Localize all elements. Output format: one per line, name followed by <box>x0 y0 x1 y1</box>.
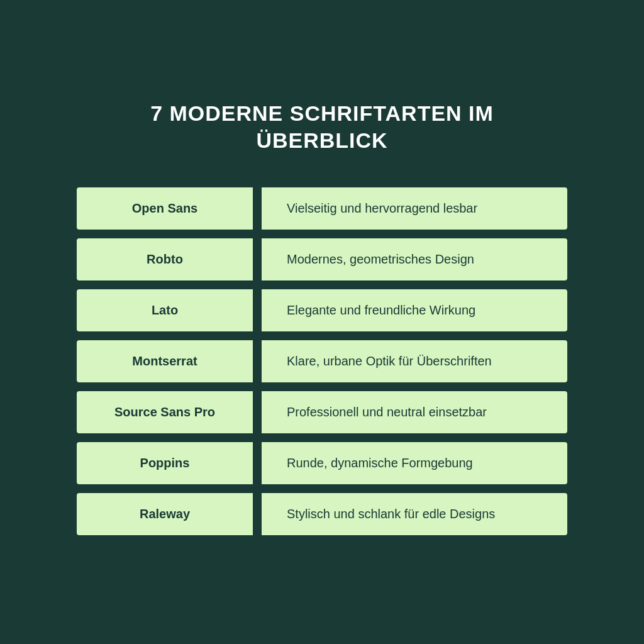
gap-cell <box>253 340 262 382</box>
gap-cell <box>253 238 262 280</box>
table-row: Source Sans ProProfessionell und neutral… <box>77 391 567 433</box>
font-name-cell: Montserrat <box>77 340 253 382</box>
gap-cell <box>253 289 262 331</box>
gap-cell <box>253 493 262 535</box>
table-row: RalewayStylisch und schlank für edle Des… <box>77 493 567 535</box>
page-title: 7 MODERNE SCHRIFTARTEN IMÜBERBLICK <box>77 100 567 153</box>
table-row: Open SansVielseitig und hervorragend les… <box>77 187 567 230</box>
font-name-cell: Raleway <box>77 493 253 535</box>
font-name-cell: Poppins <box>77 442 253 484</box>
font-name-cell: Lato <box>77 289 253 331</box>
font-desc-cell: Klare, urbane Optik für Überschriften <box>262 340 567 382</box>
font-desc-cell: Professionell und neutral einsetzbar <box>262 391 567 433</box>
gap-cell <box>253 391 262 433</box>
table-row: RobtoModernes, geometrisches Design <box>77 238 567 280</box>
font-name-cell: Open Sans <box>77 187 253 230</box>
table-row: LatoElegante und freundliche Wirkung <box>77 289 567 331</box>
font-desc-cell: Elegante und freundliche Wirkung <box>262 289 567 331</box>
font-desc-cell: Modernes, geometrisches Design <box>262 238 567 280</box>
font-name-cell: Robto <box>77 238 253 280</box>
table-row: MontserratKlare, urbane Optik für Übersc… <box>77 340 567 382</box>
font-desc-cell: Vielseitig und hervorragend lesbar <box>262 187 567 230</box>
table-row: PoppinsRunde, dynamische Formgebung <box>77 442 567 484</box>
font-desc-cell: Stylisch und schlank für edle Designs <box>262 493 567 535</box>
gap-cell <box>253 442 262 484</box>
font-name-cell: Source Sans Pro <box>77 391 253 433</box>
font-desc-cell: Runde, dynamische Formgebung <box>262 442 567 484</box>
main-container: 7 MODERNE SCHRIFTARTEN IMÜBERBLICK Open … <box>39 75 605 569</box>
fonts-table: Open SansVielseitig und hervorragend les… <box>77 179 567 544</box>
gap-cell <box>253 187 262 230</box>
